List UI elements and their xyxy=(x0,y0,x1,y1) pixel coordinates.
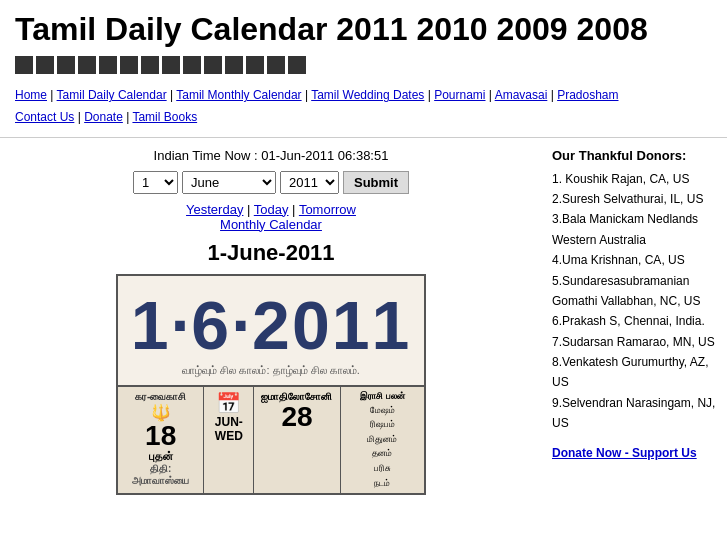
tamil-decorative-line xyxy=(0,53,727,77)
tamil-square-11 xyxy=(225,56,243,74)
nav-pournami[interactable]: Pournami xyxy=(434,88,485,102)
today-link[interactable]: Today xyxy=(254,202,289,217)
nav-tamil-monthly-calendar[interactable]: Tamil Monthly Calendar xyxy=(176,88,301,102)
donors-list: 1. Koushik Rajan, CA, US 2.Suresh Selvat… xyxy=(552,169,717,434)
nav-tamil-books[interactable]: Tamil Books xyxy=(132,110,197,124)
nav-amavasai[interactable]: Amavasai xyxy=(495,88,548,102)
cal-subtitle: வாழ்வும் சில காலம்: தாழ்வும் சில காலம். xyxy=(118,364,424,377)
nav-sep-2: | xyxy=(167,88,177,102)
time-label: Indian Time Now : 01-Jun-2011 06:38:51 xyxy=(154,148,389,163)
cal-cell-month-tamil: கர-வைகாசி 🔱 18 புதன் திதி: அமாவாஸ்யை xyxy=(118,387,204,494)
nav-sep-7: | xyxy=(74,110,84,124)
donor-9: 9.Selvendran Narasingam, NJ, US xyxy=(552,393,717,434)
tamil-square-9 xyxy=(183,56,201,74)
tamil-square-4 xyxy=(78,56,96,74)
cal-rasi-6: நடம் xyxy=(343,477,422,490)
nav-sep-4: | xyxy=(424,88,434,102)
cal-cell1-day: புதன் xyxy=(121,450,200,463)
donor-8: 8.Venkatesh Gurumurthy, AZ, US xyxy=(552,352,717,393)
cal-big-date: 1·6·2011 xyxy=(118,276,424,364)
cal-rasi-5: பரிசு xyxy=(343,462,422,475)
tamil-square-7 xyxy=(141,56,159,74)
donor-2: 2.Suresh Selvathurai, IL, US xyxy=(552,189,717,209)
cal-cell1-icon: 🔱 xyxy=(121,403,200,422)
yesterday-link[interactable]: Yesterday xyxy=(186,202,243,217)
date-nav-links: Yesterday | Today | Tomorrow Monthly Cal… xyxy=(15,202,527,232)
nav-sep-5: | xyxy=(486,88,495,102)
cal-cell2-month: JUN-WED xyxy=(206,415,251,443)
cal-cell2-icon: 📅 xyxy=(206,391,251,415)
nav-sep-6: | xyxy=(547,88,557,102)
nav-sep-1: | xyxy=(47,88,57,102)
date-heading: 1-June-2011 xyxy=(15,240,527,266)
cal-cell1-header: கர-வைகாசி xyxy=(121,391,200,403)
nav-link-sep-2: | xyxy=(292,202,299,217)
nav-home[interactable]: Home xyxy=(15,88,47,102)
donate-now-link[interactable]: Donate Now - Support Us xyxy=(552,446,697,460)
main-layout: Indian Time Now : 01-Jun-2011 06:38:51 1… xyxy=(0,138,727,506)
nav-tamil-wedding-dates[interactable]: Tamil Wedding Dates xyxy=(311,88,424,102)
cal-rasi-2: ரிஷபம் xyxy=(343,418,422,431)
donor-3: 3.Bala Manickam Nedlands Western Austral… xyxy=(552,209,717,250)
tamil-square-6 xyxy=(120,56,138,74)
page-title-area: Tamil Daily Calendar 2011 2010 2009 2008 xyxy=(0,0,727,53)
tamil-square-8 xyxy=(162,56,180,74)
cal-cell-rasi: இராசி பலன் மேஷம் ரிஷபம் மிதுனம் தனம் பரி… xyxy=(341,387,424,494)
donors-box: Our Thankful Donors: 1. Koushik Rajan, C… xyxy=(552,148,717,460)
cal-cell1-num: 18 xyxy=(121,422,200,450)
donate-link-area: Donate Now - Support Us xyxy=(552,446,717,460)
donors-title: Our Thankful Donors: xyxy=(552,148,717,163)
nav-donate[interactable]: Donate xyxy=(84,110,123,124)
cal-cell4-header: இராசி பலன் xyxy=(343,391,422,402)
donor-4: 4.Uma Krishnan, CA, US xyxy=(552,250,717,270)
day-select[interactable]: 12345 678910 1112131415 1617181920 21222… xyxy=(133,171,178,194)
calendar-image-box: 1·6·2011 வாழ்வும் சில காலம்: தாழ்வும் சி… xyxy=(116,274,426,496)
nav-link-sep-1: | xyxy=(247,202,254,217)
tamil-square-12 xyxy=(246,56,264,74)
cal-cell3-num: 28 xyxy=(257,403,336,431)
month-select[interactable]: JanuaryFebruaryMarchApril MayJuneJulyAug… xyxy=(182,171,276,194)
tamil-square-2 xyxy=(36,56,54,74)
tomorrow-link[interactable]: Tomorrow xyxy=(299,202,356,217)
cal-cell-natchathiram: ஐமாதிலோசோனி 28 xyxy=(254,387,340,494)
cal-rasi-1: மேஷம் xyxy=(343,404,422,417)
donor-6: 6.Prakash S, Chennai, India. xyxy=(552,311,717,331)
cal-rasi-3: மிதுனம் xyxy=(343,433,422,446)
year-select[interactable]: 20082009201020112012 xyxy=(280,171,339,194)
date-selectors: 12345 678910 1112131415 1617181920 21222… xyxy=(15,171,527,194)
donor-7: 7.Sudarsan Ramarao, MN, US xyxy=(552,332,717,352)
monthly-calendar-link[interactable]: Monthly Calendar xyxy=(220,217,322,232)
time-display: Indian Time Now : 01-Jun-2011 06:38:51 xyxy=(15,148,527,163)
nav-sep-3: | xyxy=(302,88,312,102)
nav-bar: Home | Tamil Daily Calendar | Tamil Mont… xyxy=(0,82,727,137)
tamil-square-13 xyxy=(267,56,285,74)
tamil-square-5 xyxy=(99,56,117,74)
cal-cell-month-name: 📅 JUN-WED xyxy=(204,387,254,494)
nav-pradosham[interactable]: Pradosham xyxy=(557,88,618,102)
cal-bottom-row: கர-வைகாசி 🔱 18 புதன் திதி: அமாவாஸ்யை 📅 J… xyxy=(118,385,424,494)
donor-5: 5.Sundaresasubramanian Gomathi Vallabhan… xyxy=(552,271,717,312)
tamil-square-14 xyxy=(288,56,306,74)
right-panel: Our Thankful Donors: 1. Koushik Rajan, C… xyxy=(542,138,727,506)
tamil-square-10 xyxy=(204,56,222,74)
nav-tamil-daily-calendar[interactable]: Tamil Daily Calendar xyxy=(57,88,167,102)
donor-1: 1. Koushik Rajan, CA, US xyxy=(552,169,717,189)
submit-button[interactable]: Submit xyxy=(343,171,409,194)
left-panel: Indian Time Now : 01-Jun-2011 06:38:51 1… xyxy=(0,138,542,506)
cal-rasi-4: தனம் xyxy=(343,447,422,460)
nav-sep-8: | xyxy=(123,110,133,124)
cal-cell1-bottom: திதி: அமாவாஸ்யை xyxy=(121,463,200,487)
page-title: Tamil Daily Calendar 2011 2010 2009 2008 xyxy=(15,10,712,48)
nav-contact[interactable]: Contact Us xyxy=(15,110,74,124)
tamil-square-3 xyxy=(57,56,75,74)
tamil-square-1 xyxy=(15,56,33,74)
